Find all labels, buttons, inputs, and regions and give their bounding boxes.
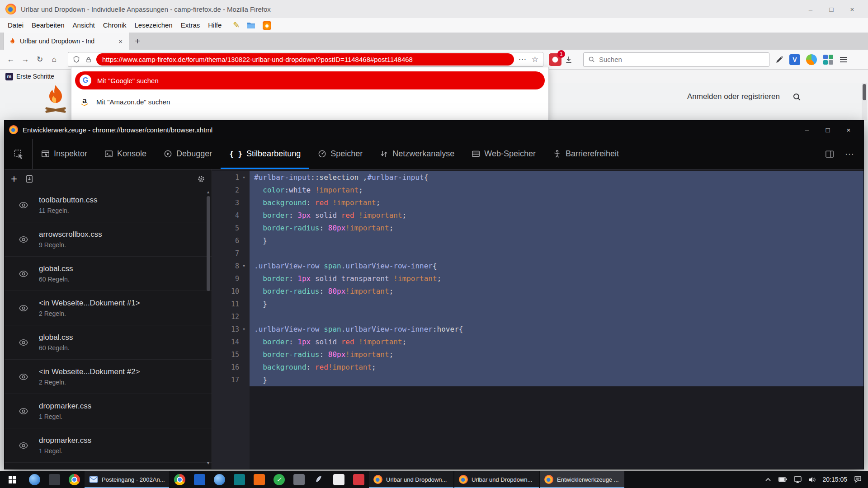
fold-marker-icon[interactable]: ▾ bbox=[241, 323, 247, 336]
node-picker-icon[interactable] bbox=[5, 139, 33, 169]
visibility-eye-icon[interactable] bbox=[19, 372, 28, 381]
taskbar-window-button[interactable]: Urlbar und Dropdown... bbox=[369, 471, 453, 488]
orange-app-icon[interactable] bbox=[263, 21, 271, 30]
page-search-icon[interactable] bbox=[793, 93, 801, 101]
close-button[interactable]: × bbox=[842, 0, 863, 18]
taskbar-app-icon[interactable] bbox=[44, 471, 64, 488]
devtools-tab-memory[interactable]: Speicher bbox=[309, 139, 371, 169]
code-line[interactable]: border-radius: 80px!important; bbox=[250, 285, 863, 298]
maximize-button[interactable]: □ bbox=[821, 0, 842, 18]
bookmark-item[interactable]: m Erste Schritte bbox=[5, 73, 54, 80]
code-line[interactable]: } bbox=[250, 374, 863, 386]
minimize-button[interactable]: – bbox=[797, 121, 817, 139]
scrollbar-thumb[interactable] bbox=[207, 196, 210, 291]
pen-tool-icon[interactable] bbox=[775, 56, 783, 64]
menu-datei[interactable]: Datei bbox=[4, 18, 28, 33]
back-button[interactable]: ← bbox=[4, 52, 18, 67]
pencil-icon[interactable]: ✎ bbox=[233, 20, 240, 30]
action-center-icon[interactable] bbox=[854, 476, 862, 483]
menu-ansicht[interactable]: Ansicht bbox=[69, 18, 99, 33]
code-line[interactable]: border: 1px solid transparent !important… bbox=[250, 272, 863, 285]
code-line[interactable]: .urlbarView-row span.urlbarView-row-inne… bbox=[250, 323, 863, 336]
taskbar-app-icon[interactable] bbox=[24, 471, 44, 488]
devtools-tab-network[interactable]: Netzwerkanalyse bbox=[371, 139, 463, 169]
maximize-button[interactable]: □ bbox=[817, 121, 838, 139]
minimize-button[interactable]: – bbox=[800, 0, 821, 18]
devtools-tab-debugger[interactable]: Debugger bbox=[155, 139, 221, 169]
urlbar-suggestion-google[interactable]: GMit "Google" suchen bbox=[75, 71, 545, 89]
css-source-editor[interactable]: 1▾#urlbar-input::selection ,#urlbar-inpu… bbox=[212, 169, 863, 469]
new-tab-button[interactable]: + bbox=[129, 33, 146, 50]
sidebar-scrollbar[interactable]: ▴ ▾ bbox=[205, 189, 211, 465]
devtools-tab-accessibility[interactable]: Barrierefreiheit bbox=[544, 139, 627, 169]
forward-button[interactable]: → bbox=[18, 52, 33, 67]
browser-tab[interactable]: Urlbar und Dropdown - Ind × bbox=[4, 33, 129, 50]
meatball-menu-icon[interactable]: ⋯ bbox=[841, 145, 858, 163]
code-line[interactable]: background: red !important; bbox=[250, 197, 863, 209]
menu-bearbeiten[interactable]: Bearbeiten bbox=[28, 18, 69, 33]
visibility-eye-icon[interactable] bbox=[19, 235, 28, 244]
tab-close-icon[interactable]: × bbox=[117, 37, 124, 46]
v-extension-icon[interactable]: V bbox=[789, 54, 800, 65]
taskbar-app-icon[interactable] bbox=[229, 471, 249, 488]
code-line[interactable]: border-radius: 80px!important; bbox=[250, 222, 863, 235]
taskbar-app-icon[interactable] bbox=[309, 471, 329, 488]
scroll-down-icon[interactable]: ▾ bbox=[207, 460, 209, 465]
round-extension-icon[interactable] bbox=[806, 54, 817, 65]
code-line[interactable] bbox=[250, 310, 863, 323]
code-line[interactable]: } bbox=[250, 235, 863, 247]
home-button[interactable]: ⌂ bbox=[47, 52, 61, 67]
search-bar[interactable]: Suchen bbox=[583, 52, 769, 67]
url-input[interactable]: https://www.camp-firefox.de/forum/thema/… bbox=[96, 53, 514, 66]
taskbar-app-icon[interactable]: ✓ bbox=[269, 471, 289, 488]
bookmark-star-icon[interactable]: ☆ bbox=[529, 55, 541, 64]
tracking-shield-icon[interactable] bbox=[70, 56, 83, 63]
visibility-eye-icon[interactable] bbox=[19, 441, 28, 450]
taskbar-app-icon[interactable] bbox=[289, 471, 309, 488]
url-bar[interactable]: https://www.camp-firefox.de/forum/thema/… bbox=[68, 52, 543, 67]
folder-icon[interactable] bbox=[247, 22, 255, 29]
gear-icon[interactable] bbox=[197, 175, 205, 183]
close-button[interactable]: × bbox=[838, 121, 859, 139]
taskbar-clock[interactable]: 20:15:05 bbox=[823, 476, 848, 483]
visibility-eye-icon[interactable] bbox=[19, 201, 28, 210]
split-panel-icon[interactable] bbox=[821, 145, 838, 163]
new-stylesheet-button[interactable]: + bbox=[11, 174, 17, 184]
stylesheet-item[interactable]: global.css60 Regeln. bbox=[5, 257, 212, 291]
import-stylesheet-button[interactable] bbox=[25, 175, 33, 183]
stylesheet-item[interactable]: <in Webseite...Dokument #1>2 Regeln. bbox=[5, 291, 212, 325]
network-icon[interactable] bbox=[794, 476, 802, 483]
stylesheet-item[interactable]: global.css60 Regeln. bbox=[5, 325, 212, 360]
grid-extension-icon[interactable] bbox=[823, 54, 834, 65]
devtools-tab-storage[interactable]: Web-Speicher bbox=[463, 139, 544, 169]
taskbar-window-button[interactable]: Entwicklerwerkzeuge ... bbox=[540, 471, 624, 488]
visibility-eye-icon[interactable] bbox=[19, 304, 28, 313]
visibility-eye-icon[interactable] bbox=[19, 269, 28, 278]
code-line[interactable]: border-radius: 80px!important; bbox=[250, 348, 863, 361]
scrollbar-thumb[interactable] bbox=[863, 84, 866, 100]
campfire-logo[interactable] bbox=[43, 84, 68, 113]
fold-marker-icon[interactable]: ▾ bbox=[241, 171, 247, 184]
scroll-up-icon[interactable]: ▴ bbox=[207, 189, 209, 194]
menu-lesezeichen[interactable]: Lesezeichen bbox=[130, 18, 176, 33]
taskbar-window-button[interactable]: Posteingang - 2002An... bbox=[85, 471, 169, 488]
code-line[interactable]: border: 1px solid red !important; bbox=[250, 336, 863, 348]
taskbar-app-icon[interactable] bbox=[329, 471, 349, 488]
taskbar-app-icon[interactable] bbox=[64, 471, 84, 488]
extension-icon[interactable]: 1 bbox=[549, 53, 561, 66]
menu-chronik[interactable]: Chronik bbox=[99, 18, 131, 33]
code-line[interactable] bbox=[250, 247, 863, 260]
speaker-icon[interactable] bbox=[808, 476, 816, 483]
menu-extras[interactable]: Extras bbox=[177, 18, 204, 33]
page-actions-icon[interactable]: ⋯ bbox=[516, 55, 529, 64]
signin-link[interactable]: Anmelden oder registrieren bbox=[687, 92, 780, 101]
taskbar-app-icon[interactable] bbox=[209, 471, 229, 488]
devtools-tab-styleeditor[interactable]: { }Stilbearbeitung bbox=[221, 139, 309, 169]
menu-hilfe[interactable]: Hilfe bbox=[204, 18, 226, 33]
code-line[interactable]: } bbox=[250, 298, 863, 310]
devtools-tab-inspector[interactable]: Inspektor bbox=[33, 139, 96, 169]
taskbar-app-icon[interactable] bbox=[349, 471, 368, 488]
stylesheet-item[interactable]: <in Webseite...Dokument #2>2 Regeln. bbox=[5, 360, 212, 394]
taskbar-app-icon[interactable] bbox=[170, 471, 189, 488]
stylesheet-item[interactable]: toolbarbutton.css11 Regeln. bbox=[5, 188, 212, 222]
